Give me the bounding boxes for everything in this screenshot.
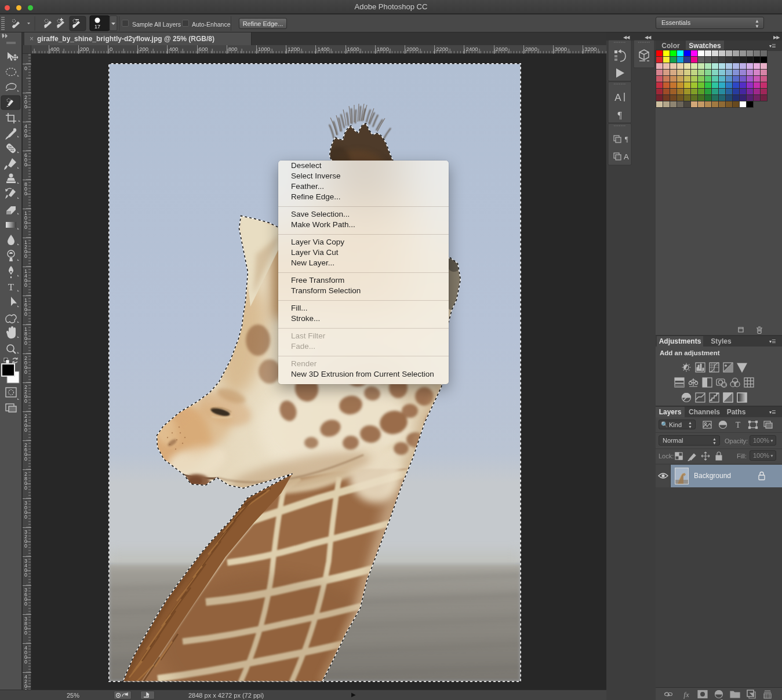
svg-text:17: 17 — [94, 24, 100, 30]
svg-text:A: A — [624, 152, 629, 161]
svg-text:¶: ¶ — [617, 110, 622, 120]
svg-text:¶: ¶ — [625, 135, 628, 143]
svg-text:T: T — [736, 421, 741, 429]
svg-text:T: T — [8, 282, 14, 293]
svg-text:fx: fx — [683, 690, 689, 699]
svg-text:A: A — [614, 92, 621, 103]
